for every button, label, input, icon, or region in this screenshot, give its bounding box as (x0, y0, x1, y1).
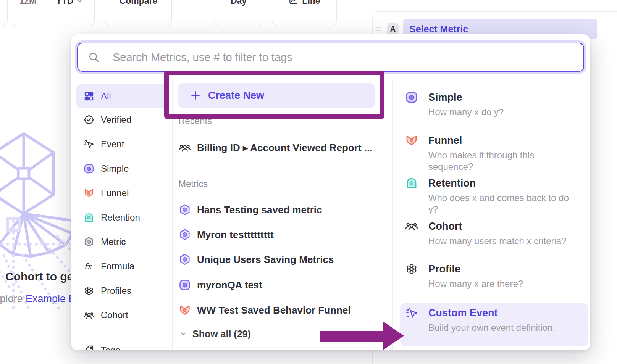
type-funnel[interactable]: Funnel Who makes it through this sequenc… (405, 134, 580, 172)
type-profile[interactable]: Profile How many x are there? (405, 262, 580, 290)
simple-square-icon (178, 279, 191, 292)
metric-item-label: Myron testtttttttt (197, 229, 274, 241)
saved-metric-hexagon-icon (178, 228, 191, 241)
type-desc: How many x are there? (428, 278, 523, 290)
sidebar-item-label: All (101, 91, 111, 101)
event-cursor-icon (83, 139, 95, 150)
show-all-button[interactable]: Show all (29) (179, 324, 251, 344)
chevron-down-icon (179, 330, 187, 338)
type-desc: Who does x and comes back to do y? (428, 192, 580, 215)
sidebar-item-formula[interactable]: fx Formula (71, 254, 172, 279)
type-title: Profile (428, 262, 523, 276)
type-title: Retention (428, 176, 580, 190)
funnel-icon (83, 187, 95, 199)
sidebar-divider-vertical (172, 80, 173, 350)
type-title: Simple (428, 90, 504, 104)
app-screen: 12M YTD Compare Day Line A Select Metric (0, 0, 617, 364)
svg-text:fx: fx (84, 262, 92, 271)
metric-item-label: Hans Testing saved metric (197, 204, 322, 216)
sidebar-item-label: Retention (101, 212, 140, 223)
saved-metric-hexagon-icon (178, 203, 191, 216)
sidebar-item-cohort[interactable]: Cohort (71, 303, 172, 327)
empty-state-heading: Cohort to ge (5, 270, 73, 283)
select-metric-modal: All Verified Event Simple Funnel Retenti… (71, 34, 590, 350)
type-desc: Build your own event definition. (428, 322, 555, 333)
chevron-down-icon (76, 0, 83, 4)
metric-item-label: myronQA test (197, 279, 262, 291)
recent-item-billing[interactable]: Billing ID ▸ Account Viewed Report ... (178, 136, 375, 159)
type-title: Funnel (428, 134, 580, 147)
time-range-12m-label: 12M (19, 0, 36, 6)
time-range-ytd-button[interactable]: YTD (45, 0, 94, 26)
sidebar-item-label: Metric (101, 237, 126, 247)
chart-type-line-button[interactable]: Line (272, 0, 337, 26)
type-title: Custom Event (428, 306, 555, 320)
metric-list-item[interactable]: myronQA test (178, 273, 375, 297)
sidebar-item-event[interactable]: Event (71, 132, 172, 156)
select-metric-label: Select Metric (409, 24, 468, 35)
sidebar-item-all[interactable]: All (76, 84, 167, 108)
explore-prefix: xplore (0, 293, 26, 304)
time-range-12m-button[interactable]: 12M (11, 0, 45, 26)
sidebar-item-simple[interactable]: Simple (71, 156, 172, 181)
show-all-label: Show all (29) (192, 329, 251, 340)
verified-seal-icon (83, 114, 95, 126)
empty-state-illustration (0, 130, 73, 313)
type-retention[interactable]: Retention Who does x and comes back to d… (405, 176, 580, 215)
recents-metrics-divider (178, 164, 375, 164)
type-desc: How many users match x criteria? (428, 235, 566, 247)
profiles-cluster-icon (405, 262, 418, 276)
metric-item-label: Unique Users Saving Metrics (197, 254, 334, 266)
sidebar-item-verified[interactable]: Verified (71, 108, 172, 132)
metric-search-bar (77, 43, 584, 72)
compare-label: Compare (120, 0, 158, 6)
type-desc: How many x do y? (428, 106, 504, 118)
granularity-day-button[interactable]: Day (214, 0, 263, 26)
metric-list-item[interactable]: Myron testtttttttt (178, 222, 375, 247)
sidebar-item-funnel[interactable]: Funnel (71, 181, 172, 205)
simple-square-icon (83, 163, 95, 174)
type-simple[interactable]: Simple How many x do y? (405, 90, 580, 118)
metric-item-label: WW Test Saved Behavior Funnel (197, 304, 351, 316)
create-new-button[interactable]: Create New (178, 83, 375, 108)
cohort-people-icon (405, 219, 418, 233)
funnel-icon (405, 134, 418, 147)
plus-icon (190, 90, 201, 101)
metric-hexagon-icon (83, 236, 95, 248)
time-range-button-group: 12M YTD (11, 0, 95, 26)
sidebar-item-label: Cohort (101, 310, 128, 321)
drag-handle-icon[interactable] (374, 25, 383, 33)
example-link[interactable]: Example B (26, 293, 76, 304)
partial-button-left-edge[interactable] (0, 0, 8, 26)
retention-arch-icon (83, 212, 95, 223)
columns-divider-vertical (392, 80, 393, 350)
sidebar-item-metric[interactable]: Metric (71, 230, 172, 254)
sidebar-item-profiles[interactable]: Profiles (71, 279, 172, 303)
line-chart-icon (288, 0, 298, 6)
cohort-people-icon (178, 141, 191, 154)
metric-list-item[interactable]: Unique Users Saving Metrics (178, 247, 375, 272)
metric-list-item[interactable]: WW Test Saved Behavior Funnel (178, 298, 375, 322)
grid-icon (83, 90, 95, 102)
granularity-day-label: Day (231, 0, 247, 6)
series-badge: A (387, 23, 399, 35)
chart-type-line-label: Line (302, 0, 320, 6)
text-caret (111, 50, 111, 64)
formula-fx-icon: fx (83, 261, 95, 272)
time-range-ytd-label: YTD (56, 0, 73, 6)
funnel-icon (178, 304, 191, 317)
metric-list-item[interactable]: Hans Testing saved metric (178, 198, 375, 222)
type-custom-event[interactable]: Custom Event Build your own event defini… (405, 306, 580, 333)
sidebar-item-tags[interactable]: Tags (71, 338, 172, 350)
type-cohort[interactable]: Cohort How many users match x criteria? (405, 219, 580, 247)
metrics-section-label: Metrics (178, 179, 208, 189)
cohort-people-icon (83, 309, 95, 321)
compare-button[interactable]: Compare (105, 0, 172, 26)
sidebar-item-retention[interactable]: Retention (71, 205, 172, 230)
sidebar-item-label: Profiles (101, 285, 131, 296)
recents-section-label: Recents (178, 116, 212, 126)
search-input[interactable] (113, 51, 583, 64)
type-title: Cohort (428, 219, 566, 233)
search-icon (88, 51, 100, 63)
profiles-cluster-icon (83, 285, 95, 296)
